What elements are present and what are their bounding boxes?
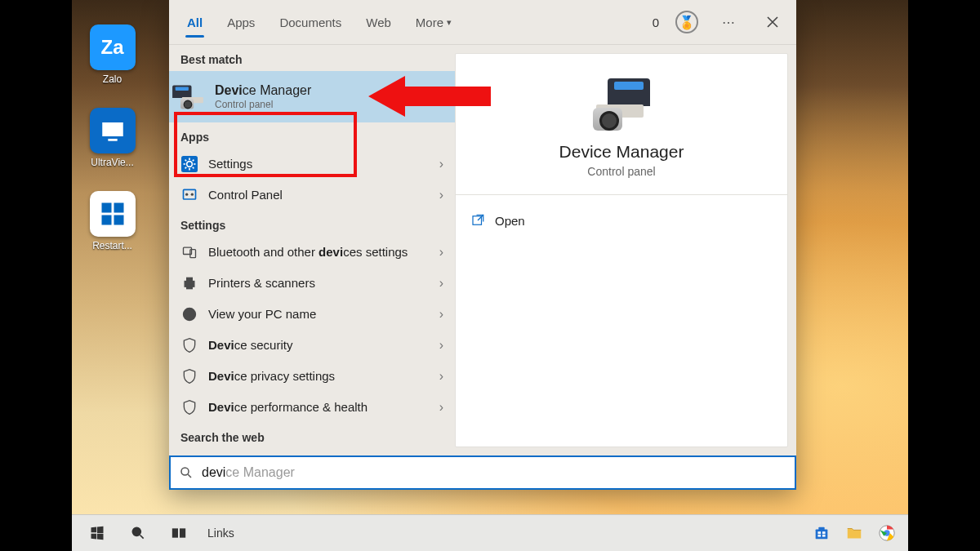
svg-rect-2	[184, 189, 196, 199]
detail-title: Device Manager	[464, 142, 779, 162]
search-icon	[179, 465, 194, 480]
svg-point-3	[185, 193, 188, 196]
search-header: All Apps Documents Web More ▾ 0 🏅 ⋯	[169, 0, 796, 45]
svg-rect-9	[187, 286, 193, 289]
chevron-down-icon: ▾	[447, 17, 452, 28]
result-web-search[interactable]: devi - See web results ›	[169, 449, 455, 455]
detail-subtitle: Control panel	[464, 165, 779, 178]
filter-tabs: All Apps Documents Web More ▾	[179, 0, 460, 44]
gear-icon	[180, 155, 198, 173]
desktop-icon-label: UltraVie...	[88, 157, 137, 168]
svg-point-13	[181, 468, 189, 475]
close-icon	[766, 16, 779, 29]
search-body: Best match Device Manager Control panel …	[169, 45, 796, 455]
svg-rect-19	[818, 527, 824, 531]
info-icon	[180, 305, 198, 323]
shield-icon	[180, 336, 198, 354]
search-icon	[130, 525, 146, 541]
svg-rect-17	[180, 529, 185, 537]
section-search-web: Search the web	[169, 423, 455, 449]
desktop-icon-label: Restart...	[88, 240, 137, 251]
taskbar: Links	[72, 514, 908, 551]
result-label: Printers & scanners	[208, 276, 430, 291]
result-control-panel-app[interactable]: Control Panel ›	[169, 180, 455, 211]
chevron-right-icon: ›	[439, 338, 443, 353]
ultraviewer-icon	[90, 108, 136, 153]
chevron-right-icon: ›	[439, 369, 443, 384]
svg-rect-18	[816, 529, 828, 539]
search-input[interactable]: device Manager	[202, 465, 786, 480]
desktop-icon-zalo[interactable]: Za Zalo	[88, 24, 137, 85]
tray-file-explorer[interactable]	[843, 522, 866, 544]
section-best-match: Best match	[169, 45, 455, 71]
start-button[interactable]	[78, 515, 116, 552]
tray-microsoft-store[interactable]	[810, 522, 833, 544]
detail-column: Device Manager Control panel Open	[455, 45, 796, 455]
tab-more[interactable]: More ▾	[408, 0, 460, 44]
result-device-performance[interactable]: Device performance & health ›	[169, 392, 455, 423]
result-label: Device security	[208, 338, 430, 353]
tab-more-label: More	[416, 16, 443, 29]
result-label: Bluetooth and other devices settings	[208, 245, 430, 260]
search-taskbar-button[interactable]	[119, 515, 157, 552]
result-label: Device privacy settings	[208, 369, 430, 384]
open-icon	[470, 213, 485, 228]
search-input-bar[interactable]: device Manager	[169, 455, 796, 490]
result-printers-scanners[interactable]: Printers & scanners ›	[169, 268, 455, 299]
desktop-icon-label: Zalo	[88, 73, 137, 85]
open-action[interactable]: Open	[456, 203, 787, 238]
device-manager-icon	[180, 85, 205, 109]
result-device-security[interactable]: Device security ›	[169, 330, 455, 361]
result-label: Settings	[208, 157, 430, 172]
tray-chrome[interactable]	[875, 522, 898, 544]
chevron-right-icon: ›	[439, 188, 443, 202]
result-label: Control Panel	[208, 188, 430, 203]
svg-rect-8	[187, 278, 193, 281]
shield-icon	[180, 398, 198, 416]
more-options-button[interactable]: ⋯	[715, 8, 742, 36]
svg-rect-21	[822, 531, 826, 534]
detail-hero: Device Manager Control panel	[456, 54, 787, 195]
result-best-device-manager[interactable]: Device Manager Control panel	[169, 71, 455, 122]
result-label: View your PC name	[208, 307, 430, 322]
tab-web[interactable]: Web	[358, 0, 399, 44]
header-right: 0 🏅 ⋯	[653, 8, 786, 36]
result-title: Device Manager Control panel	[215, 82, 443, 111]
shield-icon	[180, 367, 198, 385]
result-label: Device performance & health	[208, 400, 430, 415]
tab-all[interactable]: All	[179, 0, 211, 44]
svg-point-4	[191, 193, 194, 196]
restart-icon	[90, 191, 136, 237]
chevron-right-icon: ›	[439, 245, 443, 260]
rewards-badge-icon[interactable]: 🏅	[675, 11, 698, 33]
store-icon	[813, 524, 831, 542]
taskbar-toolbar-links[interactable]: Links	[201, 527, 241, 540]
svg-rect-20	[817, 531, 821, 534]
svg-rect-16	[173, 529, 178, 537]
tab-apps[interactable]: Apps	[219, 0, 263, 44]
chevron-right-icon: ›	[439, 307, 443, 322]
desktop-icon-ultraviewer[interactable]: UltraVie...	[88, 108, 137, 168]
rewards-points: 0	[653, 16, 659, 29]
task-view-button[interactable]	[160, 515, 198, 552]
result-device-privacy[interactable]: Device privacy settings ›	[169, 361, 455, 392]
result-settings-app[interactable]: Settings ›	[169, 149, 455, 180]
result-bluetooth-settings[interactable]: Bluetooth and other devices settings ›	[169, 237, 455, 268]
folder-icon	[845, 524, 863, 542]
windows-icon	[89, 525, 105, 541]
task-view-icon	[171, 525, 187, 541]
tab-documents[interactable]: Documents	[271, 0, 350, 44]
search-panel: All Apps Documents Web More ▾ 0 🏅 ⋯ Best…	[169, 0, 796, 490]
detail-card: Device Manager Control panel Open	[455, 53, 788, 447]
desktop-icon-restart[interactable]: Restart...	[88, 191, 137, 251]
pillarbox-left	[0, 0, 72, 551]
svg-rect-23	[822, 535, 826, 537]
pillarbox-right	[908, 0, 980, 551]
results-column: Best match Device Manager Control panel …	[169, 45, 455, 455]
desktop-icons-column: Za Zalo UltraVie... Restart...	[74, 24, 151, 274]
close-button[interactable]	[759, 8, 786, 36]
result-view-pc-name[interactable]: View your PC name ›	[169, 299, 455, 330]
chrome-icon	[878, 524, 896, 542]
printer-icon	[180, 274, 198, 292]
svg-rect-6	[190, 250, 196, 258]
